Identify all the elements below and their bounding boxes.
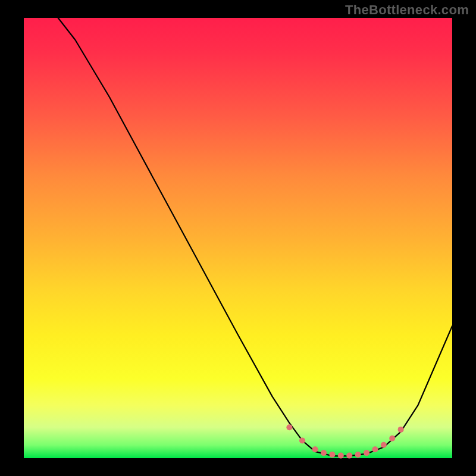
optimal-dot [329,452,335,458]
watermark-text: TheBottleneck.com [345,2,469,18]
optimal-dot [364,450,369,456]
optimal-dot [398,427,404,433]
optimal-zone-dots [286,424,403,458]
optimal-dot [299,437,305,443]
optimal-dot [338,453,344,459]
curve-svg [24,18,452,458]
optimal-dot [286,424,292,430]
optimal-dot [381,442,387,448]
optimal-dot [346,453,352,459]
optimal-dot [355,452,361,458]
optimal-dot [389,436,395,441]
bottleneck-curve [58,18,452,456]
chart-frame: TheBottleneck.com [0,0,476,476]
optimal-dot [372,446,378,452]
optimal-dot [321,450,327,456]
optimal-dot [312,446,318,452]
plot-area [24,18,452,458]
